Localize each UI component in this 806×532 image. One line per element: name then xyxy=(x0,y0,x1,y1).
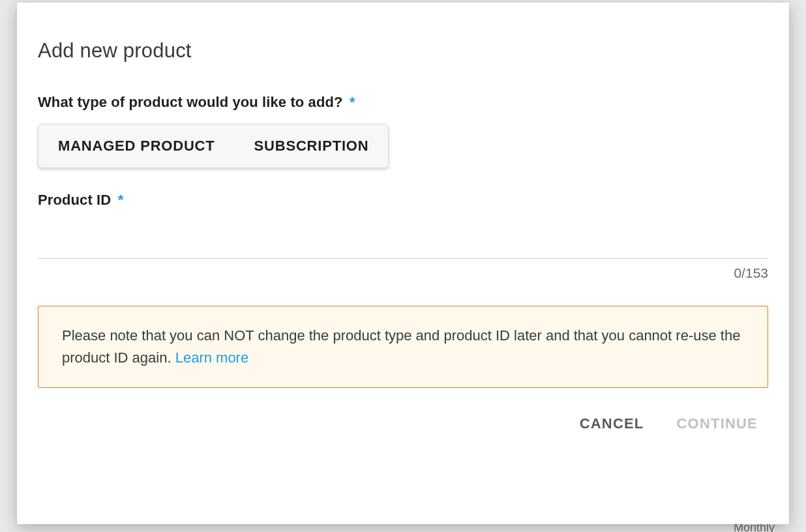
subscription-toggle[interactable]: SUBSCRIPTION xyxy=(235,125,389,168)
required-asterisk-icon: * xyxy=(118,192,124,208)
product-type-question: What type of product would you like to a… xyxy=(38,94,343,110)
required-asterisk-icon: * xyxy=(350,94,355,110)
add-product-dialog: Add new product What type of product wou… xyxy=(17,3,789,524)
product-id-input[interactable] xyxy=(38,215,768,259)
warning-notice: Please note that you can NOT change the … xyxy=(38,306,768,388)
learn-more-link[interactable]: Learn more xyxy=(175,349,249,366)
product-id-char-counter: 0/153 xyxy=(38,265,768,281)
product-type-section: What type of product would you like to a… xyxy=(38,94,768,192)
product-type-label-row: What type of product would you like to a… xyxy=(38,94,768,111)
managed-product-toggle[interactable]: MANAGED PRODUCT xyxy=(38,125,235,168)
product-id-section: Product ID * 0/153 xyxy=(38,192,768,281)
product-type-toggle-group: MANAGED PRODUCT SUBSCRIPTION xyxy=(38,124,389,168)
warning-notice-text: Please note that you can NOT change the … xyxy=(62,327,740,366)
cancel-button[interactable]: CANCEL xyxy=(577,411,647,436)
dialog-actions: CANCEL CONTINUE xyxy=(38,411,768,436)
product-id-label: Product ID xyxy=(38,192,111,208)
dialog-title: Add new product xyxy=(38,39,768,63)
product-id-label-row: Product ID * xyxy=(38,192,768,209)
continue-button[interactable]: CONTINUE xyxy=(674,411,761,436)
